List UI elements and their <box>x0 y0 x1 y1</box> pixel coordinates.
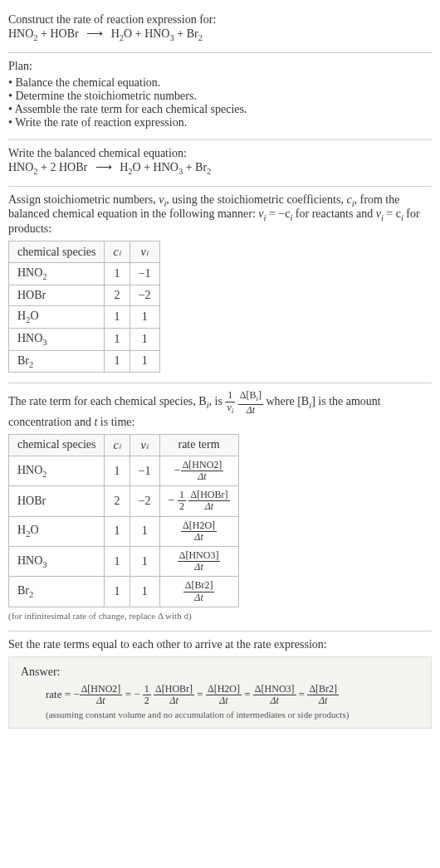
table-row: H2O11Δ[H2O]Δt <box>9 516 239 546</box>
subscript: 2 <box>207 167 211 176</box>
answer-box: Answer: rate = −Δ[HNO2]Δt = − 12 Δ[HOBr]… <box>8 656 432 729</box>
species: H <box>17 524 26 536</box>
denominator: νi <box>225 402 235 416</box>
cell: HNO2 <box>9 263 105 285</box>
text: νᵢ <box>141 439 149 451</box>
intro-equation: HNO2 + HOBr ⟶ H2O + HNO3 + Br2 <box>8 27 432 42</box>
text: cᵢ <box>113 246 120 258</box>
species: HOBr <box>17 289 46 301</box>
subscript: i <box>232 407 234 415</box>
cell: 1 <box>105 577 130 607</box>
numerator: 1 <box>143 684 151 695</box>
subscript: 3 <box>42 338 46 347</box>
species: O <box>133 161 141 173</box>
table-row: Br211Δ[Br2]Δt <box>9 577 239 607</box>
stoich-intro: Assign stoichiometric numbers, νi, using… <box>8 193 432 237</box>
equals: = <box>299 687 308 700</box>
intro-line: Construct the rate of reaction expressio… <box>8 13 432 27</box>
plan-title: Plan: <box>8 60 432 73</box>
denominator: Δt <box>183 592 215 603</box>
sign: − <box>73 687 79 700</box>
numerator: Δ[HNO3] <box>178 550 221 562</box>
rateterm-section: The rate term for each chemical species,… <box>8 383 432 631</box>
rate-expression: rate = −Δ[HNO2]Δt = − 12 Δ[HOBr]Δt = Δ[H… <box>21 684 419 706</box>
fraction: 1νi <box>225 390 235 415</box>
denominator: Δt <box>238 405 263 416</box>
numerator: Δ[HNO2] <box>181 460 224 471</box>
text: , is <box>209 396 226 408</box>
species: HNO <box>17 266 42 279</box>
cell: − 12 Δ[HOBr]Δt <box>159 486 238 516</box>
plus: + <box>38 27 51 40</box>
fraction: Δ[HNO3]Δt <box>253 684 296 706</box>
denominator: Δt <box>154 695 194 706</box>
table-header-row: chemical species cᵢ νᵢ rate term <box>9 434 239 456</box>
numerator: Δ[HOBr] <box>188 490 229 501</box>
balanced-title: Write the balanced chemical equation: <box>8 147 432 160</box>
text: Assign stoichiometric numbers, <box>8 193 159 206</box>
cell: 1 <box>105 456 130 485</box>
plan-section: Plan: Balance the chemical equation. Det… <box>8 53 432 140</box>
denominator: 2 <box>178 501 186 512</box>
text: ] <box>258 389 262 401</box>
species: + HNO <box>141 161 178 173</box>
fraction: Δ[HOBr]Δt <box>154 684 194 706</box>
species: Br <box>187 27 198 40</box>
sign: − <box>174 464 181 476</box>
stoich-table: chemical species cᵢ νᵢ HNO21−1 HOBr2−2 H… <box>8 241 160 373</box>
cell: 1 <box>130 577 159 607</box>
cell: 1 <box>130 328 159 350</box>
species: Br <box>17 354 29 367</box>
numerator: 1 <box>225 390 235 402</box>
species: HNO <box>17 332 42 344</box>
fraction: Δ[HNO2]Δt <box>181 460 224 482</box>
subscript: 2 <box>29 590 33 599</box>
cell: H2O <box>9 305 105 328</box>
numerator: Δ[HOBr] <box>154 684 194 695</box>
cell: HNO3 <box>9 546 105 576</box>
final-section: Set the rate terms equal to each other t… <box>8 631 432 739</box>
cell: 1 <box>105 546 130 576</box>
cell: Δ[H2O]Δt <box>159 516 238 546</box>
species: O <box>30 524 38 536</box>
cell: H2O <box>9 516 105 546</box>
text: where [B <box>266 396 310 408</box>
species: + Br <box>183 161 207 173</box>
species: HNO <box>17 464 42 476</box>
species: HNO <box>8 27 33 40</box>
cell: −1 <box>130 263 159 285</box>
table-row: HNO311 <box>9 328 160 350</box>
plan-item: Determine the stoichiometric numbers. <box>8 90 432 103</box>
denominator: 2 <box>143 695 151 706</box>
numerator: Δ[H2O] <box>206 684 242 695</box>
plan-item: Balance the chemical equation. <box>8 76 432 90</box>
plan-list: Balance the chemical equation. Determine… <box>8 76 432 129</box>
arrow-icon: ⟶ <box>81 27 108 40</box>
subscript: 2 <box>29 359 33 368</box>
cell: −2 <box>130 285 159 305</box>
cell: Br2 <box>9 350 105 373</box>
numerator: Δ[H2O] <box>181 520 217 532</box>
numerator: Δ[HNO3] <box>253 684 296 695</box>
fraction: Δ[HOBr]Δt <box>188 490 229 512</box>
text: νᵢ <box>141 246 149 258</box>
plus: + <box>174 27 187 40</box>
fraction: Δ[HNO3]Δt <box>178 550 221 573</box>
cell: 1 <box>105 350 130 373</box>
denominator: Δt <box>188 501 229 512</box>
subscript: 2 <box>42 469 46 478</box>
table-header-row: chemical species cᵢ νᵢ <box>9 241 160 263</box>
numerator: 1 <box>178 490 186 501</box>
numerator: Δ[Br2] <box>307 684 339 695</box>
fraction: Δ[Bi]Δt <box>238 390 263 415</box>
rateterm-table: chemical species cᵢ νᵢ rate term HNO21−1… <box>8 434 239 607</box>
plan-item: Write the rate of reaction expression. <box>8 116 432 129</box>
balanced-section: Write the balanced chemical equation: HN… <box>8 140 432 187</box>
final-title: Set the rate terms equal to each other t… <box>8 638 432 651</box>
denominator: Δt <box>80 695 123 706</box>
col-rate: rate term <box>159 434 238 456</box>
fraction: Δ[HNO2]Δt <box>80 684 123 706</box>
col-species: chemical species <box>9 434 105 456</box>
cell: HOBr <box>9 486 105 516</box>
cell: 1 <box>105 305 130 328</box>
